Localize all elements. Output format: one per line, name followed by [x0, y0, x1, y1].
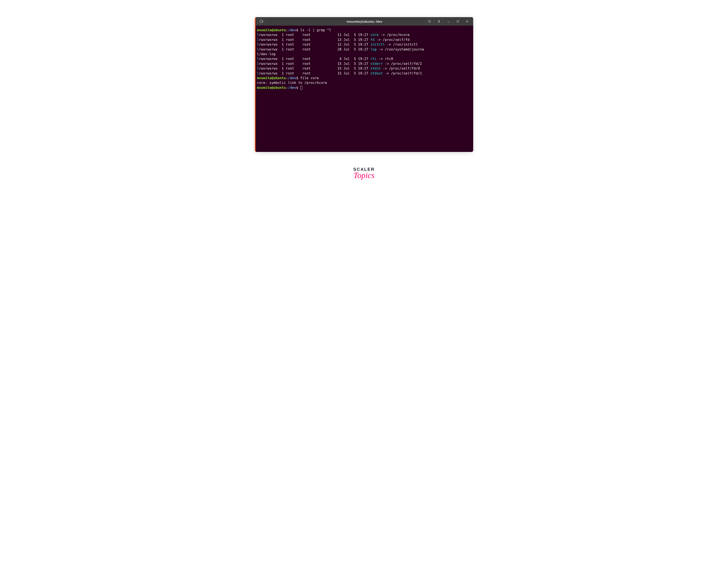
- scaler-logo: SCALER Topics: [353, 167, 375, 180]
- titlebar: moumita@ubuntu: /dev: [256, 17, 473, 26]
- terminal-window: moumita@ubuntu: /dev: [255, 17, 473, 152]
- terminal-body[interactable]: moumita@ubuntu:/dev$ ls -l | grep ^l lrw…: [256, 26, 473, 152]
- maximize-icon: [457, 20, 459, 23]
- new-tab-button[interactable]: [257, 18, 266, 24]
- minimize-button[interactable]: [444, 18, 453, 24]
- menu-button[interactable]: [435, 18, 443, 24]
- titlebar-right: [425, 18, 471, 24]
- close-icon: [466, 20, 468, 23]
- maximize-button[interactable]: [454, 18, 462, 24]
- svg-rect-9: [457, 20, 459, 22]
- new-tab-icon: [260, 20, 264, 23]
- close-button[interactable]: [463, 18, 471, 24]
- titlebar-left: [257, 18, 266, 24]
- minimize-icon: [447, 20, 450, 23]
- svg-point-3: [428, 20, 431, 22]
- window-title: moumita@ubuntu: /dev: [346, 20, 382, 23]
- svg-line-4: [430, 22, 431, 23]
- search-button[interactable]: [425, 18, 434, 24]
- hamburger-icon: [438, 20, 441, 23]
- search-icon: [428, 20, 431, 23]
- logo-line2: Topics: [353, 170, 375, 180]
